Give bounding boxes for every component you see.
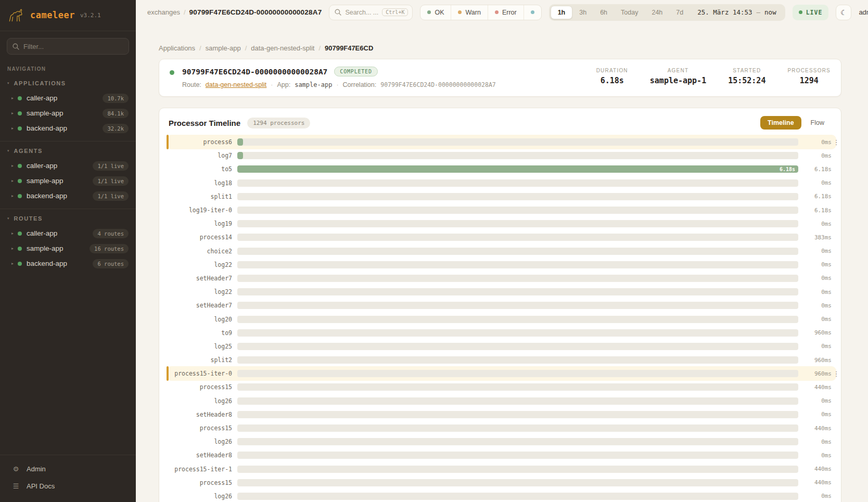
timeline-row-log20[interactable]: log200ms⋮ bbox=[159, 312, 841, 326]
timeline-row-log18[interactable]: log180ms⋮ bbox=[159, 176, 841, 190]
filter-input[interactable] bbox=[23, 43, 123, 50]
exchange-summary-card: 90799F47E6CD24D-00000000000028A7 COMPLET… bbox=[159, 59, 841, 97]
timeline-row-log22[interactable]: log220ms⋮ bbox=[159, 258, 841, 272]
timeline-row-log26[interactable]: log260ms⋮ bbox=[159, 435, 841, 448]
timeline-row-process15[interactable]: process15440ms⋮ bbox=[159, 476, 841, 490]
processor-name: log7 bbox=[159, 152, 232, 159]
kebab-menu-icon[interactable]: ⋮ bbox=[832, 138, 841, 146]
date-from: 25. März 14:53 bbox=[697, 8, 752, 16]
breadcrumb-applications[interactable]: Applications bbox=[159, 44, 195, 52]
camel-logo-icon bbox=[6, 6, 25, 24]
timeline-row-setHeader8[interactable]: setHeader80ms⋮ bbox=[159, 408, 841, 421]
sidebar-footer-admin[interactable]: ⚙Admin bbox=[0, 460, 136, 478]
breadcrumb-current: 90799F47E6CD bbox=[325, 44, 373, 52]
section-header-applications[interactable]: ▾APPLICATIONS bbox=[0, 80, 136, 86]
duration-bar: 6.18s bbox=[237, 165, 798, 173]
sidebar-item-backend-app[interactable]: ▸backend-app1/1 live bbox=[0, 188, 136, 203]
status-filter-extra[interactable] bbox=[524, 5, 541, 20]
sidebar-filter[interactable] bbox=[7, 38, 129, 55]
duration-track bbox=[237, 302, 798, 309]
date-separator: — bbox=[752, 8, 765, 16]
time-range-today[interactable]: Today bbox=[614, 6, 645, 19]
route-link[interactable]: data-gen-nested-split bbox=[206, 81, 266, 88]
tab-timeline[interactable]: Timeline bbox=[760, 116, 801, 130]
timeline-row-log26[interactable]: log260ms⋮ bbox=[159, 394, 841, 408]
time-range-24h[interactable]: 24h bbox=[645, 6, 669, 19]
timeline-row-log25[interactable]: log250ms⋮ bbox=[159, 340, 841, 353]
timeline-row-to5[interactable]: to56.18s6.18s⋮ bbox=[159, 162, 841, 176]
processor-name: setHeader7 bbox=[159, 302, 232, 309]
timeline-row-process15[interactable]: process15440ms⋮ bbox=[159, 421, 841, 435]
section-header-agents[interactable]: ▾AGENTS bbox=[0, 148, 136, 154]
chevron-right-icon: ▸ bbox=[11, 163, 18, 168]
sidebar-footer-api-docs[interactable]: ☰API Docs bbox=[0, 478, 136, 495]
timeline-row-process15-iter-1[interactable]: process15-iter-1440ms⋮ bbox=[159, 462, 841, 476]
timeline-row-log22[interactable]: log220ms⋮ bbox=[159, 285, 841, 299]
timeline-row-setHeader8[interactable]: setHeader80ms⋮ bbox=[159, 448, 841, 462]
live-dot-icon bbox=[799, 10, 802, 14]
breadcrumb-exchange-id: 90799F47E6CD24D-00000000000028A7 bbox=[189, 8, 322, 16]
sidebar: cameleer v3.2.1 NAVIGATION ▾APPLICATIONS… bbox=[0, 0, 136, 502]
status-filter-ok[interactable]: OK bbox=[420, 5, 451, 20]
sidebar-header: cameleer v3.2.1 bbox=[0, 0, 136, 31]
processor-name: process15 bbox=[159, 383, 232, 391]
date-range[interactable]: 25. März 14:53—now bbox=[690, 8, 783, 16]
global-search[interactable]: Search... ... Ctrl+K bbox=[329, 5, 413, 20]
status-filter-warn[interactable]: Warn bbox=[451, 5, 488, 20]
tab-flow[interactable]: Flow bbox=[803, 116, 832, 130]
processor-name: log22 bbox=[159, 261, 232, 268]
timeline-row-process6[interactable]: process60ms⋮ bbox=[159, 135, 841, 149]
username-label: admin bbox=[859, 8, 868, 16]
timeline-row-process15[interactable]: process15440ms⋮ bbox=[159, 380, 841, 394]
timeline-row-log7[interactable]: log70ms⋮ bbox=[159, 149, 841, 162]
time-range-3h[interactable]: 3h bbox=[572, 6, 593, 19]
row-duration: 0ms bbox=[801, 439, 832, 445]
sidebar-item-caller-app[interactable]: ▸caller-app1/1 live bbox=[0, 158, 136, 173]
filter-label: Warn bbox=[465, 9, 480, 16]
processor-timeline-card: Processor Timeline 1294 processors Timel… bbox=[159, 108, 841, 502]
sidebar-item-backend-app[interactable]: ▸backend-app6 routes bbox=[0, 256, 136, 271]
timeline-row-split2[interactable]: split2960ms⋮ bbox=[159, 353, 841, 367]
timeline-row-log19-iter-0[interactable]: log19-iter-06.18s⋮ bbox=[159, 203, 841, 217]
sidebar-item-backend-app[interactable]: ▸backend-app32.2k bbox=[0, 121, 136, 136]
time-range-group: 1h3h6hToday24h7d25. März 14:53—now bbox=[549, 4, 785, 21]
time-range-7d[interactable]: 7d bbox=[669, 6, 690, 19]
timeline-row-setHeader7[interactable]: setHeader70ms⋮ bbox=[159, 299, 841, 312]
timeline-row-log19[interactable]: log190ms⋮ bbox=[159, 217, 841, 230]
timeline-row-setHeader7[interactable]: setHeader70ms⋮ bbox=[159, 272, 841, 285]
sidebar-item-caller-app[interactable]: ▸caller-app4 routes bbox=[0, 226, 136, 241]
item-label: caller-app bbox=[27, 162, 57, 170]
status-dot-icon bbox=[531, 10, 534, 14]
dark-mode-button[interactable]: ☾ bbox=[836, 5, 851, 20]
status-filter-error[interactable]: Error bbox=[488, 5, 524, 20]
live-toggle[interactable]: LIVE bbox=[793, 5, 829, 20]
timeline-row-to9[interactable]: to9960ms⋮ bbox=[159, 326, 841, 340]
timeline-row-process14[interactable]: process14383ms⋮ bbox=[159, 230, 841, 244]
sidebar-item-sample-app[interactable]: ▸sample-app84.1k bbox=[0, 106, 136, 121]
sidebar-item-caller-app[interactable]: ▸caller-app10.7k bbox=[0, 91, 136, 106]
breadcrumb-route[interactable]: data-gen-nested-split bbox=[251, 44, 314, 52]
time-range-1h[interactable]: 1h bbox=[551, 6, 573, 19]
section-header-routes[interactable]: ▾ROUTES bbox=[0, 215, 136, 222]
row-duration: 6.18s bbox=[801, 166, 832, 173]
timeline-row-log26[interactable]: log260ms⋮ bbox=[159, 490, 841, 502]
item-label: caller-app bbox=[27, 229, 57, 237]
status-dot-icon bbox=[18, 194, 22, 198]
timeline-row-split1[interactable]: split16.18s⋮ bbox=[159, 190, 841, 203]
status-dot-icon bbox=[427, 10, 431, 14]
time-range-6h[interactable]: 6h bbox=[593, 6, 614, 19]
sidebar-item-sample-app[interactable]: ▸sample-app16 routes bbox=[0, 241, 136, 256]
processor-name: process14 bbox=[159, 234, 232, 241]
timeline-row-choice2[interactable]: choice20ms⋮ bbox=[159, 244, 841, 258]
timeline-row-process15-iter-0[interactable]: process15-iter-0960ms⋮ bbox=[159, 367, 841, 380]
chevron-right-icon: ▸ bbox=[11, 178, 18, 183]
breadcrumb-section[interactable]: exchanges bbox=[147, 8, 180, 16]
kebab-menu-icon[interactable]: ⋮ bbox=[832, 370, 841, 378]
breadcrumb-app[interactable]: sample-app bbox=[206, 44, 241, 52]
processor-name: log20 bbox=[159, 316, 232, 323]
caret-down-icon: ▾ bbox=[7, 81, 9, 85]
timeline-rows: process60ms⋮log70ms⋮to56.18s6.18s⋮log180… bbox=[159, 135, 841, 502]
sidebar-item-sample-app[interactable]: ▸sample-app1/1 live bbox=[0, 173, 136, 188]
row-duration: 0ms bbox=[801, 316, 832, 323]
section-label: AGENTS bbox=[14, 148, 43, 154]
